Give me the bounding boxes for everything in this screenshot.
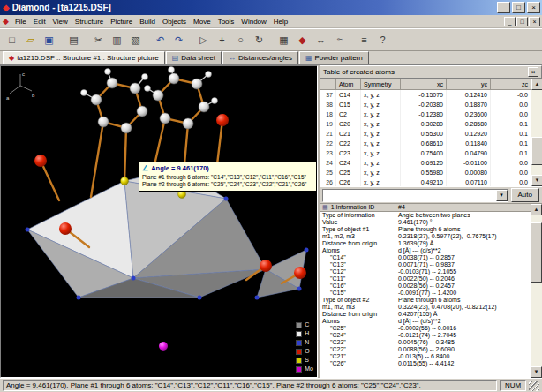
column-header-yc[interactable]: yc bbox=[447, 79, 491, 90]
redo-button[interactable]: ↷ bbox=[169, 31, 188, 49]
help-button[interactable]: ? bbox=[373, 31, 392, 49]
properties-scroll-thumb[interactable] bbox=[531, 222, 542, 283]
save-button[interactable]: ▣ bbox=[40, 31, 58, 49]
atoms-pane-close-button[interactable]: × bbox=[528, 67, 538, 77]
move-button[interactable]: + bbox=[213, 31, 231, 49]
cut-button[interactable]: ✂ bbox=[89, 31, 108, 49]
minimize-button[interactable]: _ bbox=[497, 2, 510, 13]
new-button[interactable]: □ bbox=[3, 31, 21, 49]
atom-table-button[interactable]: ▦ bbox=[275, 31, 293, 49]
table-row[interactable]: 22C22x, y, z0.686100.118400.1 bbox=[320, 139, 531, 148]
property-row[interactable]: Atomsd [Å] --- (d/s)**2 bbox=[320, 318, 531, 325]
structure-picture-button[interactable]: ◆ bbox=[293, 31, 312, 49]
open-button[interactable]: ▱ bbox=[21, 31, 40, 49]
menu-help[interactable]: Help bbox=[270, 17, 291, 26]
property-row[interactable]: "C15"-0.0091(77) -- 1.4200 bbox=[320, 290, 531, 297]
table-row[interactable]: 26C26x, y, z0.492100.071100.0 bbox=[320, 177, 531, 187]
legend-item-o[interactable]: O bbox=[296, 348, 313, 355]
tab-distances-angles[interactable]: ↔Distances/angles bbox=[222, 51, 298, 64]
menu-build[interactable]: Build bbox=[136, 17, 159, 26]
legend-item-c[interactable]: C bbox=[296, 321, 313, 328]
menu-move[interactable]: Move bbox=[190, 17, 215, 26]
property-row[interactable]: Atomsd [Å] --- (d/s)**2 bbox=[320, 247, 531, 254]
property-row[interactable]: "C13"0.0071(71) -- 0.9837 bbox=[320, 261, 531, 268]
menu-objects[interactable]: Objects bbox=[159, 17, 190, 26]
property-row[interactable]: "C25"-0.0002(56) -- 0.0016 bbox=[320, 325, 531, 332]
scroll-up-icon[interactable]: ▲ bbox=[531, 204, 542, 215]
menu-view[interactable]: View bbox=[49, 17, 72, 26]
atoms-scroll-track[interactable] bbox=[531, 90, 542, 175]
property-row[interactable]: "C24"-0.0121(74) -- 2.7045 bbox=[320, 332, 531, 339]
property-row[interactable]: "C21"-0.013(5) -- 6.8400 bbox=[320, 353, 531, 360]
zoom-button[interactable]: ○ bbox=[231, 31, 250, 49]
property-row[interactable]: Distance from origin1.3639(79) Å bbox=[320, 240, 531, 247]
tab-powder-pattern[interactable]: ▦Powder pattern bbox=[299, 51, 369, 64]
distances-angles-button[interactable]: ↔ bbox=[312, 31, 330, 49]
pointer-button[interactable]: ▷ bbox=[194, 31, 213, 49]
properties-scrollbar[interactable]: ▲ ▼ bbox=[531, 204, 542, 378]
column-header-symmetry[interactable]: Symmetry bbox=[361, 79, 401, 90]
column-header-atom[interactable]: Atom bbox=[336, 79, 361, 90]
property-row[interactable]: m1, m2, m30.2318(27), 0.5977(22), -0.767… bbox=[320, 233, 531, 240]
scroll-down-icon[interactable]: ▼ bbox=[531, 175, 542, 186]
table-row[interactable]: 38C15x, y, z-0.203800.188700.0 bbox=[320, 100, 531, 109]
title-bar[interactable]: ◆ Diamond - [ta1215.DSF] _ □ × bbox=[0, 0, 542, 15]
property-row[interactable]: Type of informationAngle between two pla… bbox=[320, 212, 531, 220]
table-row[interactable]: 24C24x, y, z0.69120-0.011000.0 bbox=[320, 158, 531, 168]
auto-button[interactable]: Auto bbox=[511, 188, 539, 202]
properties-button[interactable]: ≡ bbox=[355, 31, 373, 49]
properties-scroll-track[interactable] bbox=[531, 215, 542, 366]
property-row[interactable]: Type of object #2Plane through 6 atoms bbox=[320, 297, 531, 304]
resize-grip[interactable] bbox=[529, 381, 539, 391]
menu-picture[interactable]: Picture bbox=[107, 17, 136, 26]
table-row[interactable]: 25C25x, y, z0.559800.000800.0 bbox=[320, 168, 531, 177]
property-row[interactable]: m1, m2, m30.3224(23), 0.4708(20), -0.821… bbox=[320, 304, 531, 311]
property-row[interactable]: "C22"0.0088(56) -- 2.6090 bbox=[320, 346, 531, 353]
legend-item-n[interactable]: N bbox=[296, 339, 313, 346]
structure-viewport[interactable]: a b c ∠ Angle = 9.461(170) Plane #1 thro… bbox=[0, 65, 318, 378]
menu-file[interactable]: File bbox=[11, 17, 30, 26]
menu-window[interactable]: Window bbox=[237, 17, 269, 26]
combo-dropdown-icon[interactable]: ▼ bbox=[496, 190, 508, 201]
mdi-close-button[interactable]: × bbox=[529, 17, 540, 26]
property-row[interactable]: Value9.461(170) ° bbox=[320, 219, 531, 226]
legend-item-mo[interactable]: Mo bbox=[296, 366, 313, 373]
paste-button[interactable]: ▧ bbox=[126, 31, 145, 49]
property-row[interactable]: "C23"0.0045(76) -- 0.3485 bbox=[320, 339, 531, 346]
property-row[interactable]: "C26"0.0115(55) -- 4.4142 bbox=[320, 360, 531, 367]
legend-item-s[interactable]: S bbox=[296, 357, 313, 364]
property-row[interactable]: Type of object #1Plane through 6 atoms bbox=[320, 226, 531, 233]
tab-data-sheet[interactable]: ▤Data sheet bbox=[166, 51, 222, 64]
copy-button[interactable]: ▥ bbox=[108, 31, 126, 49]
maximize-button[interactable]: □ bbox=[512, 2, 525, 13]
menu-tools[interactable]: Tools bbox=[215, 17, 238, 26]
undo-button[interactable]: ↶ bbox=[151, 31, 169, 49]
table-row[interactable]: 37C14x, y, z-0.150700.12410-0.0 bbox=[320, 90, 531, 100]
scroll-down-icon[interactable]: ▼ bbox=[531, 366, 542, 378]
property-row[interactable]: "C16"0.0028(56) -- 0.2457 bbox=[320, 283, 531, 290]
legend-item-h[interactable]: H bbox=[296, 330, 313, 337]
property-row[interactable]: "C12"-0.0103(71) -- 2.1055 bbox=[320, 268, 531, 275]
mdi-restore-button[interactable]: □ bbox=[516, 17, 528, 26]
menu-edit[interactable]: Edit bbox=[30, 17, 49, 26]
column-header-zc[interactable]: zc bbox=[491, 79, 531, 90]
menu-structure[interactable]: Structure bbox=[72, 17, 107, 26]
scroll-up-icon[interactable]: ▲ bbox=[531, 79, 542, 90]
powder-pattern-button[interactable]: ≈ bbox=[330, 31, 349, 49]
table-row[interactable]: 21C21x, y, z0.553000.129200.1 bbox=[320, 129, 531, 139]
rotate-button[interactable]: ↻ bbox=[250, 31, 268, 49]
property-row[interactable]: "C11"0.0022(50) -- 0.2046 bbox=[320, 275, 531, 283]
atoms-scrollbar[interactable]: ▲ ▼ bbox=[531, 79, 542, 186]
table-row[interactable]: 18C2x, y, z-0.123800.236000.0 bbox=[320, 109, 531, 119]
print-button[interactable]: ▤ bbox=[64, 31, 83, 49]
atoms-scroll-thumb[interactable] bbox=[531, 137, 542, 165]
table-row[interactable]: 19C20x, y, z0.302800.285800.1 bbox=[320, 119, 531, 129]
property-row[interactable]: "C14"0.0038(71) -- 0.2857 bbox=[320, 254, 531, 261]
object-selector-combo[interactable]: ▼ bbox=[322, 189, 508, 202]
close-button[interactable]: × bbox=[527, 2, 540, 13]
property-row[interactable]: ▦1 Information ID#4 bbox=[320, 204, 531, 212]
mdi-minimize-button[interactable]: _ bbox=[504, 17, 516, 26]
column-header-xc[interactable]: xc bbox=[401, 79, 447, 90]
property-row[interactable]: Distance from origin0.4207(155) Å bbox=[320, 311, 531, 318]
tab-structure-picture[interactable]: ◆ta1215.DSF :: Structure #1 : Structure … bbox=[3, 51, 165, 64]
